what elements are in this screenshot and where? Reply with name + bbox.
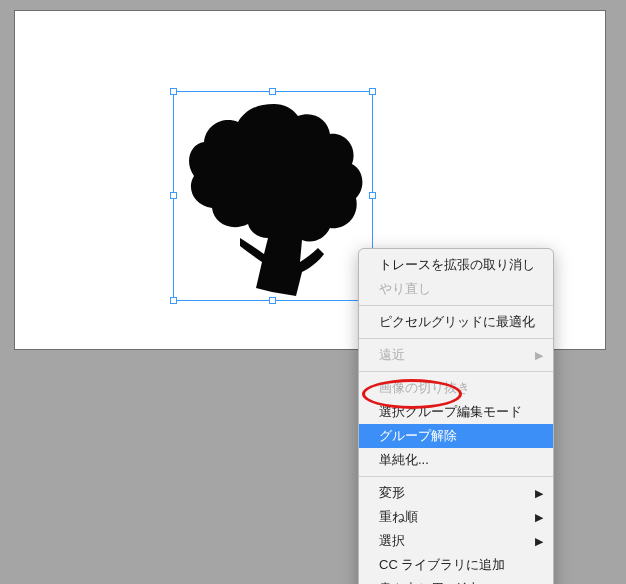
menu-item-undo-trace-expand[interactable]: トレースを拡張の取り消し <box>359 253 553 277</box>
submenu-arrow-icon: ▶ <box>535 580 543 584</box>
selection-bounds[interactable] <box>173 91 373 301</box>
menu-item-redo: やり直し <box>359 277 553 301</box>
menu-item-transform[interactable]: 変形 ▶ <box>359 481 553 505</box>
menu-item-isolate-group[interactable]: 選択グループ編集モード <box>359 400 553 424</box>
submenu-arrow-icon: ▶ <box>535 532 543 550</box>
submenu-arrow-icon: ▶ <box>535 508 543 526</box>
menu-item-label: 変形 <box>379 485 405 500</box>
resize-handle-s[interactable] <box>269 297 276 304</box>
menu-item-label: ピクセルグリッドに最適化 <box>379 314 535 329</box>
menu-item-label: 単純化... <box>379 452 429 467</box>
menu-item-perspective: 遠近 ▶ <box>359 343 553 367</box>
resize-handle-sw[interactable] <box>170 297 177 304</box>
resize-handle-ne[interactable] <box>369 88 376 95</box>
menu-item-simplify[interactable]: 単純化... <box>359 448 553 472</box>
menu-item-label: 遠近 <box>379 347 405 362</box>
menu-item-label: 重ね順 <box>379 509 418 524</box>
menu-item-add-to-cc-library[interactable]: CC ライブラリに追加 <box>359 553 553 577</box>
menu-separator <box>359 371 553 372</box>
menu-item-add-for-export[interactable]: 書き出し用に追加 ▶ <box>359 577 553 584</box>
menu-item-optimize-pixel-grid[interactable]: ピクセルグリッドに最適化 <box>359 310 553 334</box>
menu-item-label: CC ライブラリに追加 <box>379 557 505 572</box>
menu-separator <box>359 338 553 339</box>
resize-handle-w[interactable] <box>170 192 177 199</box>
menu-item-label: 選択グループ編集モード <box>379 404 522 419</box>
menu-item-label: グループ解除 <box>379 428 457 443</box>
menu-separator <box>359 305 553 306</box>
menu-item-arrange[interactable]: 重ね順 ▶ <box>359 505 553 529</box>
menu-item-label: トレースを拡張の取り消し <box>379 257 535 272</box>
menu-item-ungroup[interactable]: グループ解除 <box>359 424 553 448</box>
menu-item-select[interactable]: 選択 ▶ <box>359 529 553 553</box>
menu-item-label: やり直し <box>379 281 431 296</box>
menu-item-label: 選択 <box>379 533 405 548</box>
resize-handle-nw[interactable] <box>170 88 177 95</box>
menu-separator <box>359 476 553 477</box>
submenu-arrow-icon: ▶ <box>535 346 543 364</box>
menu-item-label: 画像の切り抜き <box>379 380 470 395</box>
resize-handle-n[interactable] <box>269 88 276 95</box>
tree-icon[interactable] <box>184 98 364 296</box>
resize-handle-e[interactable] <box>369 192 376 199</box>
menu-item-crop-image: 画像の切り抜き <box>359 376 553 400</box>
context-menu: トレースを拡張の取り消し やり直し ピクセルグリッドに最適化 遠近 ▶ 画像の切… <box>358 248 554 584</box>
submenu-arrow-icon: ▶ <box>535 484 543 502</box>
